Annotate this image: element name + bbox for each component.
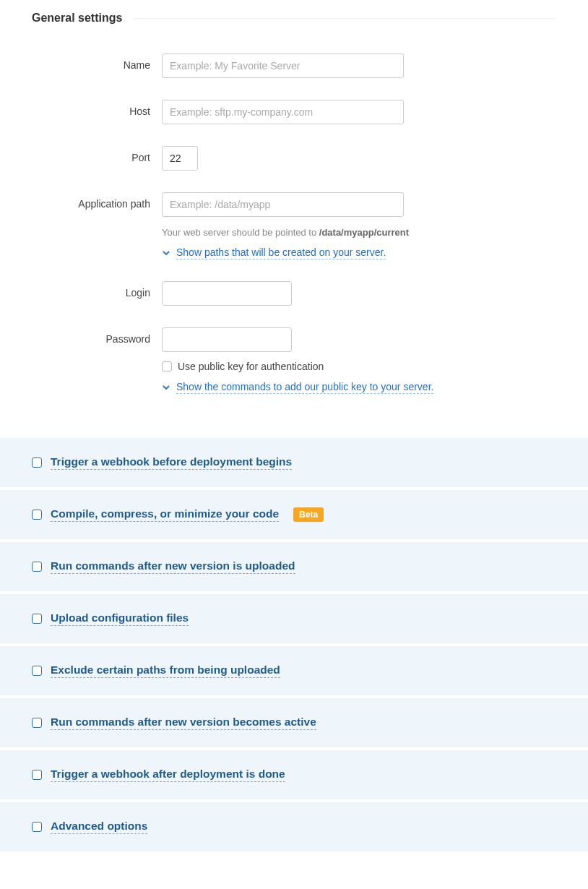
- option-compile-label[interactable]: Compile, compress, or minimize your code: [51, 507, 279, 522]
- option-run-after-upload[interactable]: Run commands after new version is upload…: [0, 541, 588, 592]
- port-input[interactable]: [162, 146, 198, 171]
- section-divider: [134, 18, 556, 19]
- password-input[interactable]: [162, 327, 292, 352]
- app-path-helper-text: Your web server should be pointed to: [162, 227, 319, 238]
- row-password: Password Use public key for authenticati…: [32, 327, 556, 394]
- app-path-expand-link[interactable]: Show paths that will be created on your …: [176, 246, 386, 259]
- label-password: Password: [32, 327, 162, 345]
- option-run-after-active[interactable]: Run commands after new version becomes a…: [0, 697, 588, 748]
- option-run-after-active-checkbox[interactable]: [32, 718, 42, 728]
- login-input[interactable]: [162, 281, 292, 306]
- chevron-down-icon: [162, 249, 170, 257]
- option-compile[interactable]: Compile, compress, or minimize your code…: [0, 489, 588, 540]
- app-path-input[interactable]: [162, 192, 404, 217]
- pubkey-expand-toggle[interactable]: Show the commands to add our public key …: [162, 381, 556, 394]
- label-login: Login: [32, 281, 162, 299]
- beta-badge: Beta: [293, 507, 324, 522]
- pubkey-checkbox-label: Use public key for authentication: [178, 361, 324, 372]
- name-input[interactable]: [162, 53, 404, 78]
- label-app-path: Application path: [32, 192, 162, 210]
- option-webhook-before-label[interactable]: Trigger a webhook before deployment begi…: [51, 455, 292, 470]
- app-path-expand-toggle[interactable]: Show paths that will be created on your …: [162, 246, 556, 259]
- option-run-after-upload-checkbox[interactable]: [32, 562, 42, 572]
- host-input[interactable]: [162, 100, 404, 124]
- chevron-down-icon: [162, 383, 170, 392]
- option-webhook-before-checkbox[interactable]: [32, 458, 42, 468]
- option-upload-config[interactable]: Upload configuration files: [0, 593, 588, 644]
- section-header: General settings: [0, 0, 588, 32]
- option-run-after-upload-label[interactable]: Run commands after new version is upload…: [51, 559, 295, 574]
- app-path-helper-path: /data/myapp/current: [319, 227, 409, 238]
- row-port: Port: [32, 146, 556, 171]
- option-advanced-label[interactable]: Advanced options: [51, 820, 147, 834]
- option-exclude-paths-checkbox[interactable]: [32, 666, 42, 676]
- row-app-path: Application path Your web server should …: [32, 192, 556, 259]
- option-webhook-after-checkbox[interactable]: [32, 770, 42, 780]
- app-path-helper: Your web server should be pointed to /da…: [162, 227, 556, 238]
- deployment-options-list: Trigger a webhook before deployment begi…: [0, 437, 588, 852]
- option-compile-checkbox[interactable]: [32, 510, 42, 520]
- pubkey-checkbox-row: Use public key for authentication: [162, 361, 556, 372]
- pubkey-checkbox[interactable]: [162, 361, 172, 372]
- option-upload-config-label[interactable]: Upload configuration files: [51, 611, 189, 626]
- option-run-after-active-label[interactable]: Run commands after new version becomes a…: [51, 716, 316, 730]
- label-host: Host: [32, 100, 162, 117]
- label-name: Name: [32, 53, 162, 71]
- option-upload-config-checkbox[interactable]: [32, 614, 42, 624]
- option-webhook-after-label[interactable]: Trigger a webhook after deployment is do…: [51, 768, 285, 782]
- option-exclude-paths[interactable]: Exclude certain paths from being uploade…: [0, 645, 588, 696]
- general-settings-form: Name Host Port Application path Your web…: [0, 32, 588, 416]
- option-exclude-paths-label[interactable]: Exclude certain paths from being uploade…: [51, 663, 280, 678]
- section-title: General settings: [32, 12, 134, 25]
- row-login: Login: [32, 281, 556, 306]
- row-host: Host: [32, 100, 556, 124]
- option-webhook-after[interactable]: Trigger a webhook after deployment is do…: [0, 750, 588, 800]
- option-advanced-checkbox[interactable]: [32, 822, 42, 832]
- label-port: Port: [32, 146, 162, 163]
- option-advanced[interactable]: Advanced options: [0, 802, 588, 852]
- pubkey-expand-link[interactable]: Show the commands to add our public key …: [176, 381, 433, 394]
- row-name: Name: [32, 53, 556, 78]
- option-webhook-before[interactable]: Trigger a webhook before deployment begi…: [0, 437, 588, 488]
